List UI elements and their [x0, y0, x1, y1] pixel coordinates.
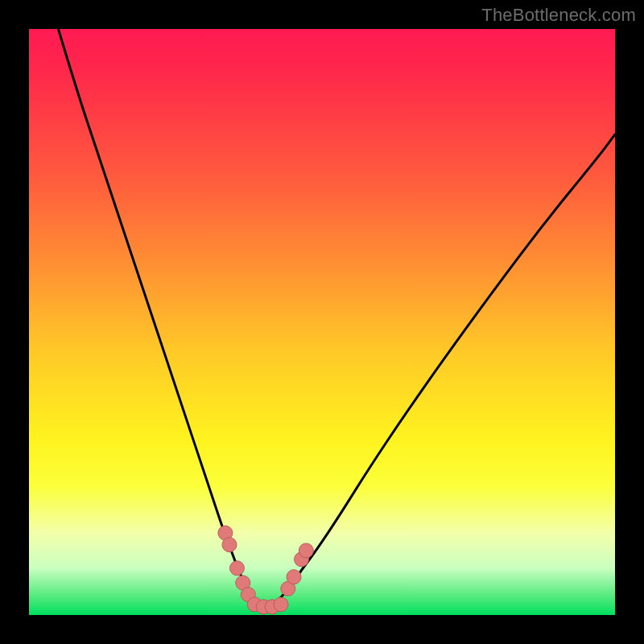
bottleneck-curve-right	[275, 134, 615, 603]
marker-dot	[222, 538, 237, 552]
chart-frame: TheBottleneck.com	[0, 0, 644, 644]
bottleneck-curve-left	[58, 29, 258, 603]
curve-layer	[29, 29, 615, 615]
plot-area	[29, 29, 615, 615]
marker-dot	[287, 570, 301, 584]
marker-dot	[274, 597, 288, 612]
marker-dot	[229, 561, 244, 576]
watermark-text: TheBottleneck.com	[481, 5, 636, 26]
marker-group	[218, 526, 313, 614]
marker-dot	[299, 543, 313, 558]
